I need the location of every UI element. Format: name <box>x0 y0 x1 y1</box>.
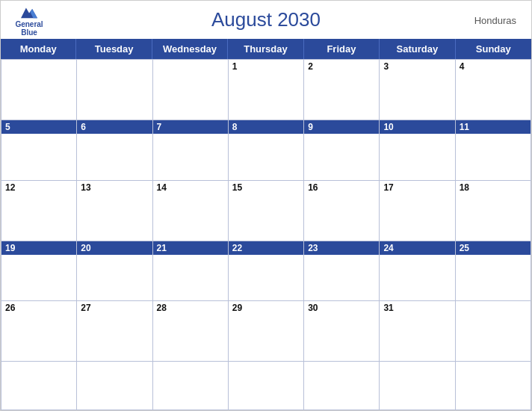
day-cell: 14 <box>152 180 228 241</box>
day-cell: 19 <box>1 241 77 301</box>
calendar-grid: 1234567891011121314151617181920212223242… <box>1 59 531 410</box>
day-cell: 16 <box>304 180 380 241</box>
day-number <box>153 60 228 73</box>
day-cell: 8 <box>228 120 303 180</box>
day-cell: 15 <box>228 180 303 241</box>
day-number <box>456 362 531 375</box>
day-cell: 30 <box>304 301 380 362</box>
day-number: 28 <box>153 301 228 315</box>
day-cell: 5 <box>1 120 77 180</box>
country-label: Honduras <box>474 14 516 25</box>
weekday-saturday: Saturday <box>380 39 455 59</box>
day-cell: 23 <box>304 241 380 301</box>
day-number: 4 <box>456 60 531 73</box>
calendar-title: August 2030 <box>16 8 516 31</box>
day-number: 10 <box>380 120 454 134</box>
calendar-week-row: 262728293031 <box>1 301 531 362</box>
day-number: 24 <box>380 241 454 255</box>
logo: General Blue <box>7 4 52 37</box>
weekday-friday: Friday <box>304 39 380 59</box>
calendar-week-row <box>1 362 531 410</box>
weekday-sunday: Sunday <box>456 39 531 59</box>
day-cell <box>152 362 228 410</box>
day-cell <box>77 362 152 410</box>
day-cell: 25 <box>455 241 531 301</box>
day-cell <box>77 60 152 120</box>
day-number: 20 <box>77 241 152 255</box>
calendar-week-row: 567891011 <box>1 120 531 180</box>
day-cell <box>228 362 303 410</box>
day-cell: 21 <box>152 241 228 301</box>
day-cell: 28 <box>152 301 228 362</box>
day-number: 14 <box>153 181 228 194</box>
day-number: 27 <box>77 301 152 315</box>
day-number: 21 <box>153 241 228 255</box>
day-cell: 13 <box>77 180 152 241</box>
day-cell <box>455 301 531 362</box>
day-number <box>77 362 152 375</box>
day-cell: 31 <box>380 301 455 362</box>
day-number: 16 <box>304 181 379 194</box>
day-cell: 6 <box>77 120 152 180</box>
day-number: 13 <box>77 181 152 194</box>
day-cell <box>380 362 455 410</box>
day-number: 5 <box>1 120 76 134</box>
day-cell <box>1 362 77 410</box>
day-cell: 20 <box>77 241 152 301</box>
generalblue-logo-icon <box>19 4 40 20</box>
day-cell: 3 <box>380 60 455 120</box>
day-number: 8 <box>229 120 303 134</box>
day-cell: 2 <box>304 60 380 120</box>
day-number: 11 <box>456 120 531 134</box>
day-cell: 27 <box>77 301 152 362</box>
day-number: 3 <box>380 60 454 73</box>
logo-blue-text: Blue <box>21 28 37 37</box>
day-number: 23 <box>304 241 379 255</box>
day-cell: 7 <box>152 120 228 180</box>
day-cell <box>455 362 531 410</box>
day-cell: 10 <box>380 120 455 180</box>
day-number: 25 <box>456 241 531 255</box>
day-number: 17 <box>380 181 454 194</box>
day-number <box>77 60 152 73</box>
day-cell: 9 <box>304 120 380 180</box>
day-cell: 1 <box>228 60 303 120</box>
day-number: 26 <box>1 301 76 315</box>
calendar-table: 1234567891011121314151617181920212223242… <box>1 59 531 410</box>
day-number: 31 <box>380 301 454 315</box>
day-number: 9 <box>304 120 379 134</box>
day-cell: 24 <box>380 241 455 301</box>
day-number: 18 <box>456 181 531 194</box>
calendar-header: General Blue August 2030 Honduras <box>1 1 531 39</box>
weekday-thursday: Thursday <box>228 39 303 59</box>
calendar-week-row: 19202122232425 <box>1 241 531 301</box>
day-number <box>1 60 76 73</box>
day-cell: 17 <box>380 180 455 241</box>
day-number <box>304 362 379 375</box>
weekdays-header: Monday Tuesday Wednesday Thursday Friday… <box>1 39 531 59</box>
day-number <box>1 362 76 375</box>
weekday-monday: Monday <box>1 39 76 59</box>
calendar-container: General Blue August 2030 Honduras Monday… <box>0 0 532 411</box>
day-number: 22 <box>229 241 303 255</box>
day-cell: 18 <box>455 180 531 241</box>
day-cell: 26 <box>1 301 77 362</box>
day-number: 2 <box>304 60 379 73</box>
day-number: 19 <box>1 241 76 255</box>
day-cell <box>304 362 380 410</box>
day-number <box>380 362 454 375</box>
day-cell: 29 <box>228 301 303 362</box>
day-number <box>229 362 303 375</box>
day-cell: 4 <box>455 60 531 120</box>
day-number: 15 <box>229 181 303 194</box>
day-number: 29 <box>229 301 303 315</box>
day-cell: 22 <box>228 241 303 301</box>
day-number <box>456 301 531 315</box>
day-cell <box>1 60 77 120</box>
day-number: 7 <box>153 120 228 134</box>
day-cell: 11 <box>455 120 531 180</box>
weekday-wednesday: Wednesday <box>152 39 228 59</box>
day-number <box>153 362 228 375</box>
day-cell: 12 <box>1 180 77 241</box>
weekday-tuesday: Tuesday <box>76 39 152 59</box>
